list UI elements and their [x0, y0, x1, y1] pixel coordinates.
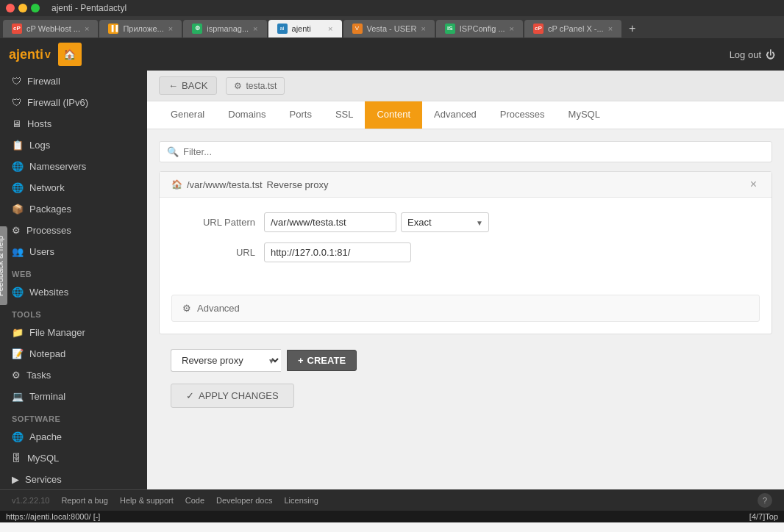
browser-tab-4[interactable]: ai ajenti × [268, 20, 342, 37]
tab-close-6[interactable]: × [510, 24, 514, 33]
browser-tab-7[interactable]: cP cP cPanel X -... × [524, 20, 621, 37]
home-button[interactable]: 🏠 [58, 43, 82, 66]
browser-tab-5[interactable]: V Vesta - USER × [343, 20, 435, 37]
sidebar-label-logs: Logs [29, 140, 50, 151]
advanced-label: Advanced [197, 303, 240, 314]
sidebar-item-tasks[interactable]: ⚙ Tasks [0, 364, 147, 386]
create-type-select[interactable]: Reverse proxy Static files PHP Custom [171, 349, 281, 372]
path-icon: 🏠 [171, 179, 182, 190]
card-close-button[interactable]: × [747, 178, 760, 191]
help-support-link[interactable]: Help & support [120, 496, 174, 505]
tab-ssl[interactable]: SSL [324, 101, 366, 129]
advanced-section[interactable]: ⚙ Advanced [171, 295, 760, 322]
sidebar-item-mysql[interactable]: 🗄 MySQL [0, 447, 147, 469]
logout-label: Log out [730, 49, 761, 60]
sidebar-item-network[interactable]: 🌐 Network [0, 177, 147, 198]
file-manager-icon: 📁 [12, 327, 24, 338]
licensing-link[interactable]: Licensing [284, 496, 318, 505]
tab-close-5[interactable]: × [421, 24, 425, 33]
sidebar-item-websites[interactable]: 🌐 Websites [0, 281, 147, 303]
sidebar-item-processes[interactable]: ⚙ Processes [0, 220, 147, 241]
tab-close-7[interactable]: × [608, 24, 613, 33]
tab-close-4[interactable]: × [328, 24, 332, 33]
sidebar-label-notepad: Notepad [29, 348, 65, 359]
create-bar: Reverse proxy Static files PHP Custom + … [159, 343, 772, 378]
url-input[interactable] [264, 242, 411, 262]
card-type-label: Reverse proxy [267, 179, 329, 190]
sidebar-item-apache[interactable]: 🌐 Apache [0, 426, 147, 447]
logout-button[interactable]: Log out ⏻ [730, 49, 775, 60]
window-title: ajenti - Pentadactyl [51, 3, 126, 13]
notepad-icon: 📝 [12, 348, 24, 359]
services-icon: ▶ [12, 474, 19, 485]
sidebar-item-logs[interactable]: 📋 Logs [0, 134, 147, 156]
content-panel: 🔍 🏠 /var/www/testa.tst Reverse proxy × [147, 129, 784, 425]
close-traffic-light[interactable] [6, 4, 15, 12]
feedback-tab[interactable]: Feedback & help [0, 227, 7, 306]
sidebar-item-firewall-ipv6[interactable]: 🛡 Firewall (IPv6) [0, 92, 147, 113]
sidebar-item-file-manager[interactable]: 📁 File Manager [0, 322, 147, 343]
tab-close-3[interactable]: × [253, 24, 257, 33]
sidebar-item-hosts[interactable]: 🖥 Hosts [0, 113, 147, 134]
browser-tab-3[interactable]: ⚙ ispmanag... × [183, 20, 266, 37]
search-icon: 🔍 [167, 146, 179, 157]
sidebar-item-nameservers[interactable]: 🌐 Nameservers [0, 156, 147, 177]
sidebar-item-terminal[interactable]: 💻 Terminal [0, 386, 147, 407]
developer-docs-link[interactable]: Developer docs [216, 496, 272, 505]
processes-icon: ⚙ [12, 225, 21, 236]
tab-ports[interactable]: Ports [278, 101, 324, 129]
tab-label-2: Приложе... [123, 24, 163, 33]
tab-advanced[interactable]: Advanced [422, 101, 488, 129]
tab-favicon-7: cP [533, 24, 544, 34]
sidebar-label-users: Users [29, 246, 54, 257]
filter-input[interactable] [183, 146, 764, 157]
tab-favicon-5: V [352, 24, 363, 34]
tab-domains[interactable]: Domains [216, 101, 277, 129]
apply-label: APPLY CHANGES [199, 390, 279, 401]
sidebar-label-services: Services [25, 474, 62, 485]
tab-label-3: ispmanag... [207, 24, 249, 33]
match-type-select[interactable]: Exact Regex Prefix [401, 212, 489, 232]
tab-label-4: ajenti [292, 24, 311, 33]
checkmark-icon: ✓ [186, 390, 194, 401]
firewall-icon: 🛡 [12, 76, 21, 87]
sidebar-label-apache: Apache [29, 431, 62, 442]
url-pattern-row: URL Pattern Exact Regex Prefix [182, 212, 749, 232]
sidebar-item-packages[interactable]: 📦 Packages [0, 198, 147, 220]
mysql-icon: 🗄 [12, 453, 21, 464]
filter-bar: 🔍 [159, 141, 772, 162]
sidebar-item-users[interactable]: 👥 Users [0, 241, 147, 262]
create-button[interactable]: + CREATE [287, 350, 357, 371]
file-tag-name: testa.tst [246, 81, 277, 91]
url-pattern-label: URL Pattern [182, 217, 255, 228]
power-icon: ⏻ [766, 49, 775, 60]
tab-general[interactable]: General [159, 101, 216, 129]
brand-version: v [45, 48, 51, 60]
report-bug-link[interactable]: Report a bug [61, 496, 108, 505]
browser-tab-6[interactable]: IS ISPConfig ... × [436, 20, 523, 37]
maximize-traffic-light[interactable] [31, 4, 40, 12]
code-link[interactable]: Code [185, 496, 204, 505]
back-button[interactable]: ← BACK [159, 76, 217, 95]
sidebar-item-services[interactable]: ▶ Services [0, 469, 147, 489]
content-area: ← BACK ⚙ testa.tst General Domains Ports [147, 71, 784, 489]
apply-section: ✓ APPLY CHANGES [159, 378, 772, 414]
tab-close-1[interactable]: × [85, 24, 89, 33]
new-tab-button[interactable]: + [623, 19, 641, 38]
sidebar-item-firewall[interactable]: 🛡 Firewall [0, 71, 147, 92]
url-pattern-input[interactable] [264, 212, 396, 232]
tab-content[interactable]: Content [365, 101, 422, 129]
browser-tab-2[interactable]: ▐▐ Приложе... × [99, 20, 182, 37]
sidebar-label-websites: Websites [29, 287, 68, 298]
minimize-traffic-light[interactable] [18, 4, 27, 12]
tab-close-2[interactable]: × [168, 24, 173, 33]
tab-mysql[interactable]: MySQL [557, 101, 612, 129]
apply-button[interactable]: ✓ APPLY CHANGES [171, 384, 294, 408]
sidebar-item-notepad[interactable]: 📝 Notepad [0, 343, 147, 364]
logs-icon: 📋 [12, 140, 24, 151]
help-icon[interactable]: ? [758, 493, 772, 508]
browser-tab-1[interactable]: cP cP WebHost ... × [3, 20, 98, 37]
tab-processes[interactable]: Processes [488, 101, 557, 129]
traffic-lights [6, 4, 40, 12]
app-header: ajenti v 🏠 Log out ⏻ [0, 38, 784, 71]
